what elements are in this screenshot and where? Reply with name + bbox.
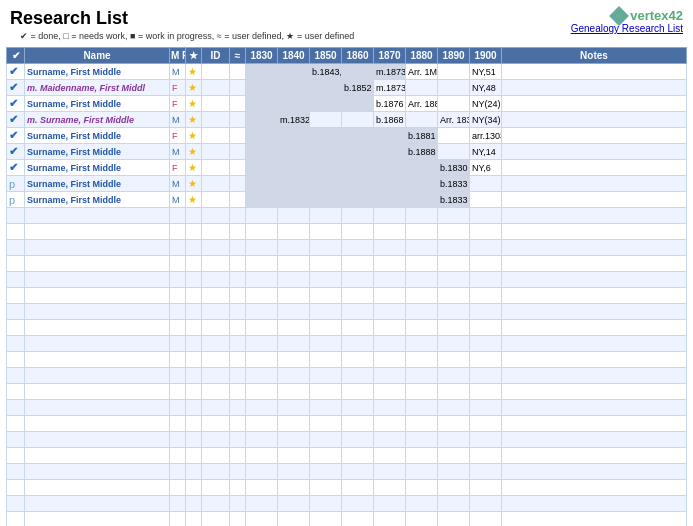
empty-cell xyxy=(202,320,230,336)
empty-cell xyxy=(25,320,170,336)
empty-table-row xyxy=(7,336,687,352)
table-cell: NY(24) xyxy=(470,96,502,112)
empty-cell xyxy=(374,480,406,496)
empty-cell xyxy=(342,416,374,432)
empty-cell xyxy=(374,464,406,480)
table-cell xyxy=(310,128,342,144)
empty-cell xyxy=(438,320,470,336)
empty-cell xyxy=(7,320,25,336)
empty-cell xyxy=(246,272,278,288)
empty-cell xyxy=(374,432,406,448)
empty-cell xyxy=(470,400,502,416)
empty-cell xyxy=(470,336,502,352)
table-cell: Surname, First Middle xyxy=(25,192,170,208)
empty-cell xyxy=(202,272,230,288)
empty-cell xyxy=(374,496,406,512)
col-header-1880: 1880 xyxy=(406,48,438,64)
empty-cell xyxy=(470,464,502,480)
empty-cell xyxy=(278,432,310,448)
table-cell xyxy=(406,176,438,192)
table-cell xyxy=(502,80,687,96)
table-cell xyxy=(246,144,278,160)
empty-cell xyxy=(342,448,374,464)
table-cell xyxy=(342,176,374,192)
empty-cell xyxy=(342,240,374,256)
empty-cell xyxy=(7,368,25,384)
empty-cell xyxy=(230,240,246,256)
empty-cell xyxy=(278,256,310,272)
empty-cell xyxy=(278,448,310,464)
table-cell: ✔ xyxy=(7,80,25,96)
table-cell: p xyxy=(7,192,25,208)
empty-cell xyxy=(170,416,186,432)
empty-cell xyxy=(342,464,374,480)
empty-cell xyxy=(342,256,374,272)
empty-cell xyxy=(374,224,406,240)
empty-cell xyxy=(438,512,470,527)
empty-cell xyxy=(374,384,406,400)
empty-cell xyxy=(170,352,186,368)
col-header-1870: 1870 xyxy=(374,48,406,64)
empty-cell xyxy=(310,304,342,320)
empty-cell xyxy=(278,496,310,512)
empty-cell xyxy=(246,224,278,240)
table-row: pSurname, First MiddleM★b.1833 xyxy=(7,192,687,208)
empty-cell xyxy=(202,384,230,400)
table-cell xyxy=(278,64,310,80)
table-cell xyxy=(310,112,342,128)
empty-cell xyxy=(246,416,278,432)
empty-cell xyxy=(25,480,170,496)
empty-cell xyxy=(278,304,310,320)
empty-cell xyxy=(7,464,25,480)
table-cell: b.1833 xyxy=(438,176,470,192)
empty-cell xyxy=(186,464,202,480)
empty-cell xyxy=(310,384,342,400)
genealogy-link[interactable]: Genealogy Research List xyxy=(571,23,683,34)
empty-cell xyxy=(278,272,310,288)
empty-cell xyxy=(25,368,170,384)
table-cell: F xyxy=(170,96,186,112)
empty-cell xyxy=(502,304,687,320)
empty-cell xyxy=(502,448,687,464)
empty-cell xyxy=(374,368,406,384)
empty-cell xyxy=(502,368,687,384)
empty-cell xyxy=(406,400,438,416)
empty-cell xyxy=(342,320,374,336)
legend-text: ✔ = done, □ = needs work, ■ = work in pr… xyxy=(10,29,364,45)
empty-cell xyxy=(470,288,502,304)
empty-cell xyxy=(470,208,502,224)
empty-cell xyxy=(170,320,186,336)
empty-cell xyxy=(230,480,246,496)
empty-cell xyxy=(25,288,170,304)
table-cell: ✔ xyxy=(7,112,25,128)
empty-cell xyxy=(186,240,202,256)
empty-cell xyxy=(25,464,170,480)
empty-cell xyxy=(186,512,202,527)
empty-cell xyxy=(186,224,202,240)
table-cell: ✔ xyxy=(7,64,25,80)
table-cell xyxy=(438,80,470,96)
empty-cell xyxy=(7,304,25,320)
empty-cell xyxy=(310,496,342,512)
table-cell: b.1852 France xyxy=(342,80,374,96)
table-cell xyxy=(246,80,278,96)
empty-cell xyxy=(310,288,342,304)
table-cell: b.1833 xyxy=(438,192,470,208)
empty-cell xyxy=(246,240,278,256)
table-cell: p xyxy=(7,176,25,192)
table-cell xyxy=(246,176,278,192)
empty-cell xyxy=(186,400,202,416)
empty-cell xyxy=(202,448,230,464)
empty-cell xyxy=(374,416,406,432)
empty-cell xyxy=(438,272,470,288)
table-cell xyxy=(374,176,406,192)
empty-cell xyxy=(25,416,170,432)
empty-cell xyxy=(230,384,246,400)
table-cell xyxy=(202,160,230,176)
empty-cell xyxy=(310,240,342,256)
empty-cell xyxy=(502,432,687,448)
table-cell xyxy=(202,80,230,96)
table-cell: NY(34) xyxy=(470,112,502,128)
empty-cell xyxy=(310,464,342,480)
table-cell: ★ xyxy=(186,64,202,80)
